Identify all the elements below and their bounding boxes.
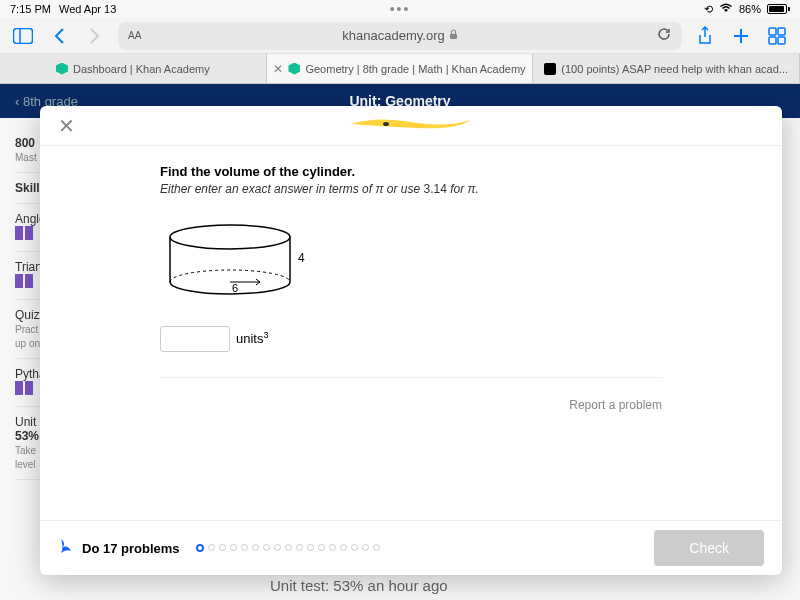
progress-dots: [196, 544, 380, 552]
exercise-modal: ✕ Find the volume of the cylinder. Eithe…: [40, 106, 782, 575]
safari-toolbar: AA khanacademy.org: [0, 18, 800, 54]
reload-icon[interactable]: [656, 26, 672, 45]
question-title: Find the volume of the cylinder.: [160, 164, 662, 179]
text-size-icon[interactable]: AA: [128, 30, 141, 41]
progress-dot: [274, 544, 281, 551]
battery-icon: [767, 4, 790, 14]
progress-dot: [296, 544, 303, 551]
bg-trian: Trian: [15, 260, 42, 274]
progress-dot: [307, 544, 314, 551]
browser-tab-dashboard[interactable]: Dashboard | Khan Academy: [0, 54, 267, 83]
bg-quiz: Quiz: [15, 308, 40, 322]
units-label: units3: [236, 330, 268, 347]
multitask-dots-icon[interactable]: •••: [390, 1, 411, 17]
svg-point-8: [170, 225, 290, 249]
bg-pract: Pract: [15, 324, 38, 335]
brainly-icon: [544, 63, 556, 75]
forward-button: [82, 23, 108, 49]
check-button[interactable]: Check: [654, 530, 764, 566]
svg-rect-5: [769, 37, 776, 44]
new-tab-icon[interactable]: [728, 23, 754, 49]
back-button[interactable]: [46, 23, 72, 49]
progress-dot: [241, 544, 248, 551]
cylinder-diagram: 6 4: [160, 222, 662, 306]
tab-label: Dashboard | Khan Academy: [73, 63, 210, 75]
bg-skill: Skill: [15, 181, 40, 195]
progress-dot: [318, 544, 325, 551]
progress-dot: [196, 544, 204, 552]
progress-dot: [263, 544, 270, 551]
wifi-icon: [719, 3, 733, 15]
highlight-scribble: [346, 114, 476, 134]
streak-icon: [58, 537, 74, 559]
question-subtitle: Either enter an exact answer in terms of…: [160, 182, 662, 197]
bg-pct: 53%: [15, 429, 39, 443]
progress-dot: [340, 544, 347, 551]
svg-rect-6: [778, 37, 785, 44]
share-icon[interactable]: [692, 23, 718, 49]
progress-dot: [351, 544, 358, 551]
lock-icon: [449, 28, 458, 43]
progress-dot: [219, 544, 226, 551]
tabs-overview-icon[interactable]: [764, 23, 790, 49]
answer-input[interactable]: [160, 326, 230, 352]
unit-test-status: Unit test: 53% an hour ago: [270, 577, 448, 594]
radius-label: 6: [232, 282, 238, 294]
modal-body: Find the volume of the cylinder. Either …: [40, 146, 782, 520]
ipad-status-bar: 7:15 PM Wed Apr 13 ••• ⟲ 86%: [0, 0, 800, 18]
svg-point-7: [383, 122, 389, 126]
bg-upon: up on: [15, 338, 40, 349]
bg-take: Take: [15, 445, 36, 456]
status-time: 7:15 PM: [10, 3, 51, 15]
progress-dot: [208, 544, 215, 551]
url-bar[interactable]: AA khanacademy.org: [118, 22, 682, 50]
browser-tab-brainly[interactable]: (100 points) ASAP need help with khan ac…: [533, 54, 800, 83]
close-tab-icon[interactable]: ✕: [273, 62, 283, 76]
browser-tab-geometry[interactable]: ✕ Geometry | 8th grade | Math | Khan Aca…: [267, 54, 534, 83]
height-label: 4: [298, 251, 305, 265]
progress-dot: [252, 544, 259, 551]
tab-label: Geometry | 8th grade | Math | Khan Acade…: [305, 63, 525, 75]
divider: [160, 377, 662, 378]
sidebar-toggle-icon[interactable]: [10, 23, 36, 49]
progress-dot: [329, 544, 336, 551]
progress-dot: [362, 544, 369, 551]
modal-header: ✕: [40, 106, 782, 146]
progress-dot: [285, 544, 292, 551]
browser-tab-strip: Dashboard | Khan Academy ✕ Geometry | 8t…: [0, 54, 800, 84]
progress-dot: [230, 544, 237, 551]
bg-mastery: Mast: [15, 152, 37, 163]
bg-points: 800: [15, 136, 35, 150]
bg-unit: Unit: [15, 415, 36, 429]
tab-label: (100 points) ASAP need help with khan ac…: [561, 63, 788, 75]
svg-rect-3: [769, 28, 776, 35]
svg-rect-2: [450, 34, 457, 39]
khan-academy-icon: [56, 63, 68, 75]
url-text: khanacademy.org: [342, 28, 444, 43]
status-date: Wed Apr 13: [59, 3, 116, 15]
report-problem-link[interactable]: Report a problem: [160, 388, 662, 442]
battery-percent: 86%: [739, 3, 761, 15]
svg-rect-0: [14, 28, 33, 43]
modal-footer: Do 17 problems Check: [40, 520, 782, 575]
svg-rect-4: [778, 28, 785, 35]
orientation-lock-icon: ⟲: [704, 3, 713, 16]
khan-academy-icon: [288, 63, 300, 75]
bg-level: level: [15, 459, 36, 470]
do-problems-label: Do 17 problems: [82, 541, 180, 556]
answer-row: units3: [160, 326, 662, 352]
progress-dot: [373, 544, 380, 551]
close-icon[interactable]: ✕: [58, 114, 75, 138]
progress-group: Do 17 problems: [58, 537, 380, 559]
